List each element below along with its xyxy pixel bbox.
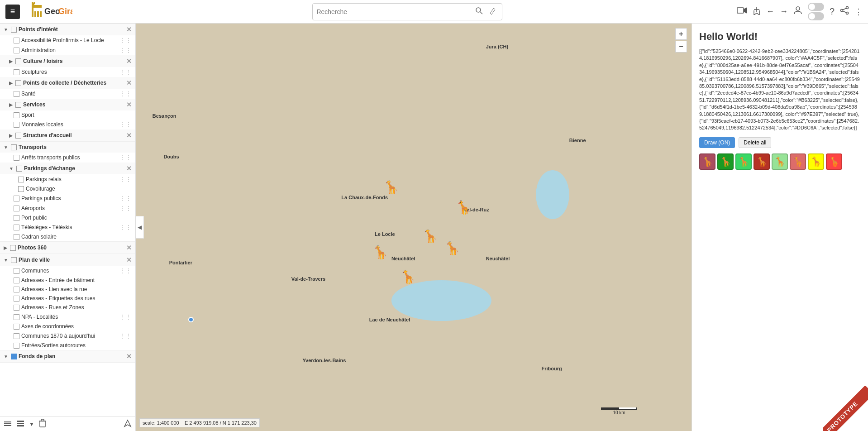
section-parkings-echange-header[interactable]: ▼ Parkings d'échange ✕ bbox=[0, 163, 135, 174]
section-transports-header[interactable]: ▼ Transports bbox=[0, 142, 135, 153]
cb-aeroports[interactable] bbox=[14, 206, 19, 211]
drag-sculptures[interactable]: ⋮⋮ bbox=[119, 68, 132, 76]
layers-icon[interactable] bbox=[4, 419, 12, 429]
close-structure[interactable]: ✕ bbox=[126, 132, 132, 139]
share-icon[interactable] bbox=[840, 6, 849, 17]
item-adresses-etiquettes[interactable]: Adresses - Etiquettes des rues bbox=[0, 294, 135, 303]
close-parkings-echange[interactable]: ✕ bbox=[126, 165, 132, 172]
close-culture[interactable]: ✕ bbox=[126, 57, 132, 65]
item-adresses-lien[interactable]: Adresses - Lien avec la rue bbox=[0, 285, 135, 294]
drag-teleskis[interactable]: ⋮⋮ bbox=[119, 224, 132, 231]
help-icon[interactable]: ? bbox=[830, 6, 835, 17]
item-port-public[interactable]: Port public bbox=[0, 213, 135, 222]
drag-npa[interactable]: ⋮⋮ bbox=[119, 313, 132, 321]
drag-proinfirmis[interactable]: ⋮⋮ bbox=[119, 37, 132, 44]
close-planville[interactable]: ✕ bbox=[126, 256, 132, 263]
item-entrees-autoroutes[interactable]: Entrées/Sorties autoroutes bbox=[0, 341, 135, 350]
giraffe-color-2[interactable]: 🦒 bbox=[735, 153, 752, 170]
more-options-icon[interactable]: ⋮ bbox=[854, 7, 863, 17]
item-adresses-rues[interactable]: Adresses - Rues et Zones bbox=[0, 303, 135, 312]
cb-adresses-lien[interactable] bbox=[14, 287, 19, 292]
item-parkings-publics[interactable]: Parkings publics ⋮⋮ bbox=[0, 193, 135, 203]
cb-administration[interactable] bbox=[14, 48, 19, 53]
checkbox-culture[interactable] bbox=[15, 58, 21, 64]
item-sport[interactable]: Sport bbox=[0, 110, 135, 120]
cb-teleskis[interactable] bbox=[14, 225, 19, 230]
item-aeroports[interactable]: Aéroports ⋮⋮ bbox=[0, 203, 135, 213]
giraffe-marker-5[interactable]: 🦒 bbox=[444, 241, 460, 256]
item-administration[interactable]: Administration ⋮⋮ bbox=[0, 45, 135, 55]
close-poi[interactable]: ✕ bbox=[126, 26, 132, 33]
close-services[interactable]: ✕ bbox=[126, 101, 132, 108]
cb-sculptures[interactable] bbox=[14, 69, 19, 75]
checkbox-services[interactable] bbox=[15, 102, 21, 108]
cb-entrees-autoroutes[interactable] bbox=[14, 343, 19, 349]
section-services-header[interactable]: ▶ Services ✕ bbox=[0, 99, 135, 110]
section-structure-header[interactable]: ▶ Structure d'accueil ✕ bbox=[0, 129, 135, 141]
giraffe-color-0[interactable]: 🦒 bbox=[699, 153, 715, 170]
search-button[interactable] bbox=[474, 5, 485, 18]
item-sante[interactable]: Santé ⋮⋮ bbox=[0, 89, 135, 99]
giraffe-marker-1[interactable]: 🦒 bbox=[383, 180, 399, 195]
section-poi-header[interactable]: ▼ Points d'intérêt ✕ bbox=[0, 24, 135, 35]
checkbox-structure[interactable] bbox=[15, 133, 21, 139]
checkbox-planville[interactable] bbox=[11, 257, 17, 263]
section-culture-header[interactable]: ▶ Culture / loisirs ✕ bbox=[0, 55, 135, 67]
drag-monnaies[interactable]: ⋮⋮ bbox=[119, 121, 132, 128]
section-fondsplan-header[interactable]: ▼ Fonds de plan ✕ bbox=[0, 350, 135, 362]
toggle-switch-1[interactable] bbox=[808, 3, 824, 11]
nav-forward-icon[interactable]: → bbox=[780, 7, 788, 16]
map-container[interactable]: ◀ bbox=[136, 24, 692, 431]
location-icon[interactable] bbox=[124, 419, 132, 429]
cb-parkings-publics[interactable] bbox=[14, 196, 19, 201]
giraffe-color-5[interactable]: 🦒 bbox=[790, 153, 806, 170]
draw-tool-button[interactable] bbox=[487, 5, 498, 18]
giraffe-color-6[interactable]: 🦒 bbox=[808, 153, 824, 170]
cb-adresses-entree[interactable] bbox=[14, 278, 19, 283]
item-adresses-entree[interactable]: Adresses - Entrée de bâtiment bbox=[0, 276, 135, 285]
delete-all-button[interactable]: Delete all bbox=[739, 137, 771, 148]
drag-arrets[interactable]: ⋮⋮ bbox=[119, 154, 132, 161]
item-npa[interactable]: NPA - Localités ⋮⋮ bbox=[0, 312, 135, 322]
list-icon[interactable] bbox=[16, 419, 24, 429]
trash-icon[interactable] bbox=[39, 419, 46, 429]
item-cadran-solaire[interactable]: Cadran solaire bbox=[0, 232, 135, 241]
section-dechetteries-header[interactable]: ▶ Points de collecte / Déchetteries ✕ bbox=[0, 77, 135, 89]
cb-arrets[interactable] bbox=[14, 155, 19, 161]
draw-on-button[interactable]: Draw (ON) bbox=[699, 137, 735, 148]
item-covoiturage[interactable]: Covoiturage bbox=[0, 184, 135, 193]
giraffe-marker-6[interactable]: 🦒 bbox=[400, 269, 416, 284]
giraffe-color-3[interactable]: 🦒 bbox=[754, 153, 770, 170]
zoom-out-button[interactable]: − bbox=[675, 41, 687, 53]
section-photos360-header[interactable]: ▶ Photos 360 ✕ bbox=[0, 242, 135, 254]
item-monnaies[interactable]: Monnaies locales ⋮⋮ bbox=[0, 120, 135, 129]
close-fondsplan[interactable]: ✕ bbox=[126, 353, 132, 360]
drag-parkings-relais[interactable]: ⋮⋮ bbox=[119, 176, 132, 183]
giraffe-color-7[interactable]: 🦒 bbox=[826, 153, 842, 170]
item-communes1870[interactable]: Communes 1870 à aujourd'hui ⋮⋮ bbox=[0, 331, 135, 341]
item-proinfirmis[interactable]: Accessibilité ProInfirmis - Le Locle ⋮⋮ bbox=[0, 35, 135, 45]
checkbox-parkings-echange[interactable] bbox=[16, 166, 22, 172]
giraffe-marker-2[interactable]: 🦒 bbox=[422, 229, 438, 244]
drag-communes1870[interactable]: ⋮⋮ bbox=[119, 332, 132, 340]
item-axes[interactable]: Axes de coordonnées bbox=[0, 322, 135, 331]
cb-adresses-etiquettes[interactable] bbox=[14, 296, 19, 302]
search-input[interactable] bbox=[316, 8, 471, 15]
cb-sante[interactable] bbox=[14, 91, 19, 97]
section-planville-header[interactable]: ▼ Plan de ville ✕ bbox=[0, 254, 135, 266]
video-icon[interactable] bbox=[737, 7, 747, 16]
cb-npa[interactable] bbox=[14, 314, 19, 320]
cb-adresses-rues[interactable] bbox=[14, 305, 19, 311]
item-arrets[interactable]: Arrêts transports publics ⋮⋮ bbox=[0, 153, 135, 163]
drag-aeroports[interactable]: ⋮⋮ bbox=[119, 205, 132, 212]
cb-sport[interactable] bbox=[14, 112, 19, 118]
cb-covoiturage[interactable] bbox=[18, 186, 24, 192]
cb-monnaies[interactable] bbox=[14, 122, 19, 128]
checkbox-photos360[interactable] bbox=[10, 245, 16, 251]
cb-port-public[interactable] bbox=[14, 215, 19, 221]
giraffe-color-4[interactable]: 🦒 bbox=[772, 153, 788, 170]
cb-cadran-solaire[interactable] bbox=[14, 234, 19, 240]
giraffe-color-1[interactable]: 🦒 bbox=[717, 153, 734, 170]
checkbox-poi[interactable] bbox=[11, 27, 17, 33]
giraffe-marker-3[interactable]: 🦒 bbox=[456, 200, 472, 215]
